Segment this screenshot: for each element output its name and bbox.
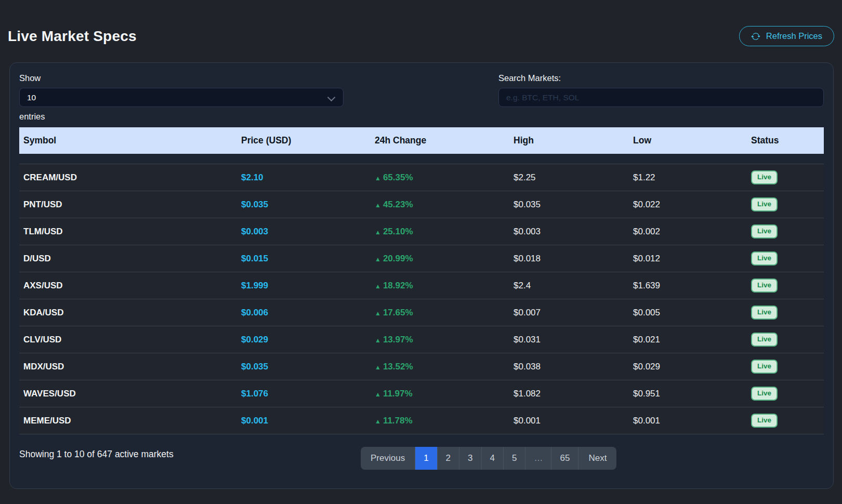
- refresh-prices-button[interactable]: Refresh Prices: [739, 26, 834, 46]
- pagination-page-1[interactable]: 1: [415, 447, 437, 470]
- status-badge: Live: [751, 360, 778, 374]
- up-arrow-icon: ▲: [375, 175, 381, 182]
- table-row: WAVES/USD$1.076▲11.97%$1.082$0.951Live: [19, 380, 824, 407]
- pagination-previous-button[interactable]: Previous: [361, 447, 415, 470]
- low-cell: $0.001: [629, 416, 747, 426]
- table-footer: Showing 1 to 10 of 647 active markets Pr…: [19, 434, 824, 481]
- low-cell: $0.951: [629, 389, 747, 399]
- table-row: TLM/USD$0.003▲25.10%$0.003$0.002Live: [19, 218, 824, 245]
- top-bar: Live Market Specs Refresh Prices: [8, 26, 834, 46]
- change-cell: ▲11.97%: [371, 389, 509, 399]
- column-header: Symbol: [19, 135, 237, 146]
- change-cell: ▲13.52%: [371, 362, 509, 372]
- symbol-cell: AXS/USD: [19, 281, 237, 291]
- column-header: Low: [629, 135, 747, 146]
- price-cell: $0.035: [237, 200, 371, 210]
- column-header: Price (USD): [237, 135, 371, 146]
- status-cell: Live: [747, 251, 824, 266]
- market-panel: Show 10 entries Search Markets: SymbolPr…: [9, 62, 834, 489]
- symbol-cell: PNT/USD: [19, 200, 237, 210]
- change-cell: ▲25.10%: [371, 227, 509, 237]
- status-cell: Live: [747, 170, 824, 184]
- table-row: MDX/USD$0.035▲13.52%$0.038$0.029Live: [19, 353, 824, 380]
- table-row: KDA/USD$0.006▲17.65%$0.007$0.005Live: [19, 299, 824, 326]
- entries-label: entries: [19, 112, 344, 122]
- up-arrow-icon: ▲: [375, 283, 381, 290]
- low-cell: $1.639: [629, 281, 747, 291]
- status-cell: Live: [747, 414, 824, 428]
- change-cell: ▲17.65%: [371, 308, 509, 318]
- change-cell: ▲45.23%: [371, 200, 509, 210]
- price-cell: $0.035: [237, 362, 371, 372]
- change-value: 45.23%: [383, 200, 413, 209]
- table-controls: Show 10 entries Search Markets:: [19, 73, 824, 122]
- up-arrow-icon: ▲: [375, 229, 381, 236]
- page-size-select[interactable]: 10: [19, 88, 344, 107]
- status-badge: Live: [751, 170, 778, 184]
- up-arrow-icon: ▲: [375, 310, 381, 317]
- high-cell: $0.038: [509, 362, 629, 372]
- status-cell: Live: [747, 197, 824, 211]
- table-row: MEME/USD$0.001▲11.78%$0.001$0.001Live: [19, 407, 824, 434]
- change-value: 25.10%: [383, 227, 413, 236]
- price-cell: $1.076: [237, 389, 371, 399]
- change-cell: ▲65.35%: [371, 173, 509, 183]
- table-row: D/USD$0.015▲20.99%$0.018$0.012Live: [19, 245, 824, 272]
- page-size-control: Show 10 entries: [19, 73, 344, 122]
- status-cell: Live: [747, 306, 824, 320]
- status-badge: Live: [751, 278, 778, 293]
- low-cell: $0.005: [629, 308, 747, 318]
- up-arrow-icon: ▲: [375, 364, 381, 371]
- show-label: Show: [19, 73, 344, 83]
- up-arrow-icon: ▲: [375, 391, 381, 398]
- symbol-cell: D/USD: [19, 254, 237, 264]
- price-cell: $0.006: [237, 308, 371, 318]
- results-summary: Showing 1 to 10 of 647 active markets: [19, 449, 174, 460]
- status-badge: Live: [751, 197, 778, 211]
- search-markets-label: Search Markets:: [498, 73, 824, 83]
- column-header: 24h Change: [371, 135, 509, 146]
- high-cell: $2.25: [509, 173, 629, 183]
- refresh-button-label: Refresh Prices: [766, 31, 822, 41]
- symbol-cell: MEME/USD: [19, 416, 237, 426]
- status-badge: Live: [751, 224, 778, 238]
- low-cell: $0.029: [629, 362, 747, 372]
- table-header: SymbolPrice (USD)24h ChangeHighLowStatus: [19, 127, 824, 154]
- symbol-cell: WAVES/USD: [19, 389, 237, 399]
- up-arrow-icon: ▲: [375, 256, 381, 263]
- price-cell: $0.015: [237, 254, 371, 264]
- change-value: 11.78%: [383, 416, 413, 426]
- change-cell: ▲20.99%: [371, 254, 509, 264]
- status-cell: Live: [747, 333, 824, 347]
- pagination-page-5[interactable]: 5: [503, 447, 525, 470]
- low-cell: $0.021: [629, 335, 747, 345]
- table-row: PNT/USD$0.035▲45.23%$0.035$0.022Live: [19, 191, 824, 218]
- table-row: CREAM/USD$2.10▲65.35%$2.25$1.22Live: [19, 164, 824, 191]
- search-control: Search Markets:: [498, 73, 824, 107]
- pagination-page-3[interactable]: 3: [459, 447, 481, 470]
- search-markets-input[interactable]: [498, 88, 824, 107]
- low-cell: $1.22: [629, 173, 747, 183]
- price-cell: $0.001: [237, 416, 371, 426]
- status-cell: Live: [747, 387, 824, 401]
- change-cell: ▲18.92%: [371, 281, 509, 291]
- table-row: CLV/USD$0.029▲13.97%$0.031$0.021Live: [19, 326, 824, 353]
- pagination-next-button[interactable]: Next: [578, 447, 616, 470]
- symbol-cell: MDX/USD: [19, 362, 237, 372]
- pagination-page-4[interactable]: 4: [481, 447, 503, 470]
- symbol-cell: CLV/USD: [19, 335, 237, 345]
- status-cell: Live: [747, 360, 824, 374]
- pagination: Previous12345…65Next: [361, 447, 616, 470]
- column-header: High: [509, 135, 629, 146]
- up-arrow-icon: ▲: [375, 337, 381, 344]
- price-cell: $0.029: [237, 335, 371, 345]
- change-value: 13.97%: [383, 335, 413, 344]
- symbol-cell: KDA/USD: [19, 308, 237, 318]
- status-cell: Live: [747, 278, 824, 293]
- pagination-page-65[interactable]: 65: [551, 447, 578, 470]
- price-cell: $2.10: [237, 173, 371, 183]
- low-cell: $0.022: [629, 200, 747, 210]
- change-value: 13.52%: [383, 362, 413, 372]
- change-cell: ▲13.97%: [371, 335, 509, 345]
- pagination-page-2[interactable]: 2: [437, 447, 459, 470]
